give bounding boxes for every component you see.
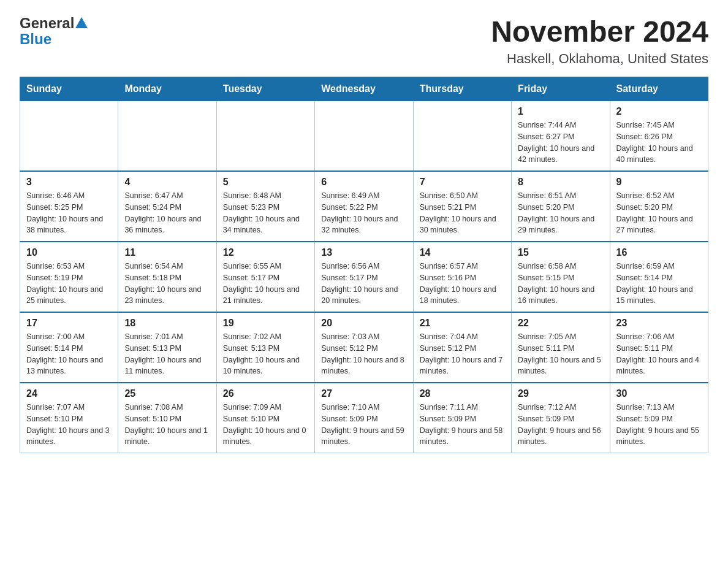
table-row: 29Sunrise: 7:12 AMSunset: 5:09 PMDayligh… (512, 383, 610, 453)
table-row: 30Sunrise: 7:13 AMSunset: 5:09 PMDayligh… (610, 383, 708, 453)
day-sun-info: Sunrise: 6:54 AMSunset: 5:18 PMDaylight:… (124, 261, 210, 307)
day-sun-info: Sunrise: 6:51 AMSunset: 5:20 PMDaylight:… (518, 190, 603, 236)
day-number: 28 (420, 388, 505, 399)
day-number: 29 (518, 388, 603, 399)
table-row: 10Sunrise: 6:53 AMSunset: 5:19 PMDayligh… (20, 242, 118, 312)
day-sun-info: Sunrise: 6:56 AMSunset: 5:17 PMDaylight:… (321, 261, 406, 307)
table-row: 26Sunrise: 7:09 AMSunset: 5:10 PMDayligh… (216, 383, 314, 453)
day-sun-info: Sunrise: 7:44 AMSunset: 6:27 PMDaylight:… (518, 120, 603, 166)
calendar-week-row: 3Sunrise: 6:46 AMSunset: 5:25 PMDaylight… (20, 171, 708, 242)
table-row: 15Sunrise: 6:58 AMSunset: 5:15 PMDayligh… (512, 242, 610, 312)
table-row: 13Sunrise: 6:56 AMSunset: 5:17 PMDayligh… (315, 242, 413, 312)
day-number: 30 (616, 388, 702, 399)
day-sun-info: Sunrise: 7:06 AMSunset: 5:11 PMDaylight:… (616, 331, 702, 377)
day-number: 18 (124, 318, 210, 329)
day-sun-info: Sunrise: 7:02 AMSunset: 5:13 PMDaylight:… (223, 331, 308, 377)
day-number: 6 (321, 177, 406, 188)
table-row: 16Sunrise: 6:59 AMSunset: 5:14 PMDayligh… (610, 242, 708, 312)
day-number: 14 (420, 247, 505, 258)
table-row: 19Sunrise: 7:02 AMSunset: 5:13 PMDayligh… (216, 312, 314, 383)
day-sun-info: Sunrise: 7:07 AMSunset: 5:10 PMDaylight:… (26, 402, 112, 448)
day-number: 10 (26, 247, 112, 258)
page-subtitle: Haskell, Oklahoma, United States (491, 51, 708, 67)
col-saturday: Saturday (610, 77, 708, 101)
day-number: 4 (124, 177, 210, 188)
table-row (20, 101, 118, 172)
day-sun-info: Sunrise: 6:48 AMSunset: 5:23 PMDaylight:… (223, 190, 308, 236)
day-number: 26 (223, 388, 308, 399)
col-wednesday: Wednesday (315, 77, 413, 101)
day-number: 5 (223, 177, 308, 188)
day-number: 3 (26, 177, 112, 188)
table-row: 8Sunrise: 6:51 AMSunset: 5:20 PMDaylight… (512, 171, 610, 242)
col-friday: Friday (512, 77, 610, 101)
day-sun-info: Sunrise: 7:05 AMSunset: 5:11 PMDaylight:… (518, 331, 603, 377)
col-thursday: Thursday (413, 77, 511, 101)
day-number: 21 (420, 318, 505, 329)
day-sun-info: Sunrise: 6:52 AMSunset: 5:20 PMDaylight:… (616, 190, 702, 236)
day-number: 27 (321, 388, 406, 399)
day-sun-info: Sunrise: 6:57 AMSunset: 5:16 PMDaylight:… (420, 261, 505, 307)
table-row: 12Sunrise: 6:55 AMSunset: 5:17 PMDayligh… (216, 242, 314, 312)
calendar-week-row: 24Sunrise: 7:07 AMSunset: 5:10 PMDayligh… (20, 383, 708, 453)
table-row: 25Sunrise: 7:08 AMSunset: 5:10 PMDayligh… (118, 383, 216, 453)
day-number: 25 (124, 388, 210, 399)
logo-blue-text: Blue (20, 31, 51, 48)
table-row: 28Sunrise: 7:11 AMSunset: 5:09 PMDayligh… (413, 383, 511, 453)
table-row: 18Sunrise: 7:01 AMSunset: 5:13 PMDayligh… (118, 312, 216, 383)
table-row (118, 101, 216, 172)
table-row: 14Sunrise: 6:57 AMSunset: 5:16 PMDayligh… (413, 242, 511, 312)
day-sun-info: Sunrise: 7:13 AMSunset: 5:09 PMDaylight:… (616, 402, 702, 448)
day-sun-info: Sunrise: 6:59 AMSunset: 5:14 PMDaylight:… (616, 261, 702, 307)
day-sun-info: Sunrise: 7:45 AMSunset: 6:26 PMDaylight:… (616, 120, 702, 166)
calendar-week-row: 17Sunrise: 7:00 AMSunset: 5:14 PMDayligh… (20, 312, 708, 383)
table-row: 22Sunrise: 7:05 AMSunset: 5:11 PMDayligh… (512, 312, 610, 383)
table-row: 27Sunrise: 7:10 AMSunset: 5:09 PMDayligh… (315, 383, 413, 453)
table-row: 5Sunrise: 6:48 AMSunset: 5:23 PMDaylight… (216, 171, 314, 242)
day-number: 7 (420, 177, 505, 188)
day-sun-info: Sunrise: 6:55 AMSunset: 5:17 PMDaylight:… (223, 261, 308, 307)
table-row (315, 101, 413, 172)
day-number: 11 (124, 247, 210, 258)
table-row: 3Sunrise: 6:46 AMSunset: 5:25 PMDaylight… (20, 171, 118, 242)
col-tuesday: Tuesday (216, 77, 314, 101)
day-sun-info: Sunrise: 7:12 AMSunset: 5:09 PMDaylight:… (518, 402, 603, 448)
table-row: 2Sunrise: 7:45 AMSunset: 6:26 PMDaylight… (610, 101, 708, 172)
logo-general-text: General (20, 15, 74, 32)
day-sun-info: Sunrise: 6:58 AMSunset: 5:15 PMDaylight:… (518, 261, 603, 307)
table-row: 20Sunrise: 7:03 AMSunset: 5:12 PMDayligh… (315, 312, 413, 383)
table-row (413, 101, 511, 172)
table-row: 23Sunrise: 7:06 AMSunset: 5:11 PMDayligh… (610, 312, 708, 383)
table-row (216, 101, 314, 172)
table-row: 6Sunrise: 6:49 AMSunset: 5:22 PMDaylight… (315, 171, 413, 242)
day-sun-info: Sunrise: 6:47 AMSunset: 5:24 PMDaylight:… (124, 190, 210, 236)
title-area: November 2024 Haskell, Oklahoma, United … (491, 15, 708, 67)
table-row: 17Sunrise: 7:00 AMSunset: 5:14 PMDayligh… (20, 312, 118, 383)
day-number: 8 (518, 177, 603, 188)
day-number: 15 (518, 247, 603, 258)
day-sun-info: Sunrise: 7:11 AMSunset: 5:09 PMDaylight:… (420, 402, 505, 448)
day-number: 17 (26, 318, 112, 329)
table-row: 1Sunrise: 7:44 AMSunset: 6:27 PMDaylight… (512, 101, 610, 172)
svg-marker-0 (75, 17, 88, 28)
page-header: General Blue November 2024 Haskell, Okla… (20, 15, 708, 67)
logo: General Blue (20, 15, 88, 48)
table-row: 7Sunrise: 6:50 AMSunset: 5:21 PMDaylight… (413, 171, 511, 242)
calendar-table: Sunday Monday Tuesday Wednesday Thursday… (20, 77, 708, 453)
logo-triangle-icon (75, 17, 88, 28)
col-sunday: Sunday (20, 77, 118, 101)
calendar-header-row: Sunday Monday Tuesday Wednesday Thursday… (20, 77, 708, 101)
day-number: 13 (321, 247, 406, 258)
page-title: November 2024 (491, 15, 708, 48)
day-sun-info: Sunrise: 7:04 AMSunset: 5:12 PMDaylight:… (420, 331, 505, 377)
table-row: 24Sunrise: 7:07 AMSunset: 5:10 PMDayligh… (20, 383, 118, 453)
day-number: 2 (616, 106, 702, 117)
day-sun-info: Sunrise: 6:53 AMSunset: 5:19 PMDaylight:… (26, 261, 112, 307)
day-number: 19 (223, 318, 308, 329)
calendar-week-row: 1Sunrise: 7:44 AMSunset: 6:27 PMDaylight… (20, 101, 708, 172)
day-sun-info: Sunrise: 6:46 AMSunset: 5:25 PMDaylight:… (26, 190, 112, 236)
table-row: 9Sunrise: 6:52 AMSunset: 5:20 PMDaylight… (610, 171, 708, 242)
day-sun-info: Sunrise: 7:03 AMSunset: 5:12 PMDaylight:… (321, 331, 406, 377)
calendar-week-row: 10Sunrise: 6:53 AMSunset: 5:19 PMDayligh… (20, 242, 708, 312)
day-sun-info: Sunrise: 7:08 AMSunset: 5:10 PMDaylight:… (124, 402, 210, 448)
